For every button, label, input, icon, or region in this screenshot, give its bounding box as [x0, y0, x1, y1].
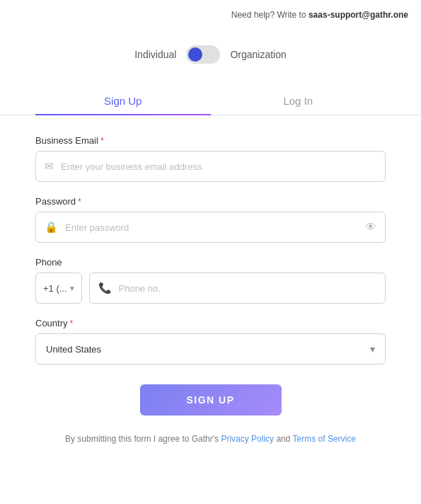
organization-label: Organization: [230, 49, 286, 60]
country-field-group: Country * United States ▾: [35, 318, 386, 365]
country-required: *: [70, 319, 74, 328]
email-icon: ✉: [45, 160, 54, 173]
toggle-thumb: [188, 47, 202, 62]
tab-login[interactable]: Log In: [211, 95, 386, 115]
password-label: Password *: [35, 196, 386, 207]
phone-code-chevron: ▾: [70, 284, 74, 293]
footer-text: By submitting this form I agree to Gathr…: [0, 433, 421, 463]
tab-signup[interactable]: Sign Up: [35, 95, 211, 115]
email-required: *: [100, 136, 104, 146]
phone-code-selector[interactable]: +1 (... ▾: [35, 273, 82, 304]
password-field-group: Password * 🔒 👁: [35, 196, 386, 243]
country-chevron-icon: ▾: [370, 343, 375, 355]
phone-label: Phone: [35, 257, 386, 268]
email-field-group: Business Email * ✉: [35, 135, 386, 182]
account-type-toggle: Individual Organization: [0, 45, 421, 64]
country-label: Country *: [35, 318, 386, 328]
toggle-track: [186, 45, 220, 64]
support-email-link[interactable]: saas-support@gathr.one: [308, 10, 408, 20]
help-text: Need help? Write to saas-support@gathr.o…: [0, 0, 421, 20]
terms-of-service-link[interactable]: Terms of Service: [293, 434, 356, 444]
phone-row: +1 (... ▾ 📞: [35, 273, 386, 304]
footer-and: and: [274, 434, 292, 444]
individual-label: Individual: [134, 49, 176, 60]
signup-form: Business Email * ✉ Password * 🔒 👁 Phone …: [0, 115, 421, 365]
password-input-wrapper: 🔒 👁: [35, 212, 386, 243]
email-input-wrapper: ✉: [35, 151, 386, 182]
phone-input-wrapper: 📞: [89, 273, 386, 304]
phone-icon: 📞: [98, 282, 112, 294]
phone-code-value: +1 (...: [43, 283, 67, 294]
country-value: United States: [46, 344, 101, 355]
signup-button[interactable]: SIGN UP: [140, 384, 282, 416]
signup-btn-wrapper: SIGN UP: [0, 384, 421, 416]
help-prefix: Need help? Write to: [231, 10, 308, 20]
password-input[interactable]: [65, 222, 365, 233]
tabs-container: Sign Up Log In: [0, 95, 421, 115]
footer-prefix: By submitting this form I agree to Gathr…: [65, 434, 221, 444]
email-label: Business Email *: [35, 135, 386, 146]
phone-field-group: Phone +1 (... ▾ 📞: [35, 257, 386, 304]
toggle-switch[interactable]: [186, 45, 220, 64]
password-required: *: [78, 197, 81, 207]
lock-icon: 🔒: [45, 221, 58, 234]
privacy-policy-link[interactable]: Privacy Policy: [221, 434, 274, 444]
phone-input[interactable]: [119, 283, 376, 294]
email-input[interactable]: [61, 161, 376, 172]
country-select[interactable]: United States ▾: [35, 333, 386, 365]
show-password-icon[interactable]: 👁: [365, 221, 376, 234]
